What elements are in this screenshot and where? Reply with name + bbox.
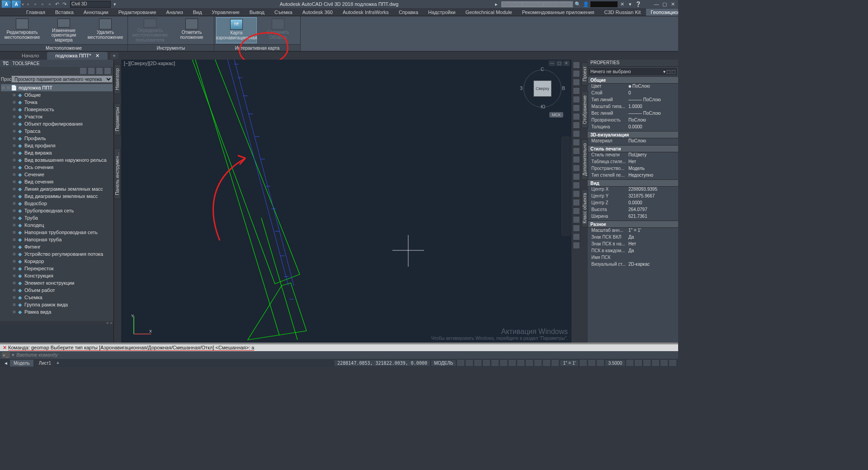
print-icon[interactable]: ▫ bbox=[47, 1, 53, 7]
prop-value[interactable]: Недоступно bbox=[627, 173, 678, 179]
tree-item[interactable]: ⊞◆Устройство регулирования потока bbox=[1, 250, 113, 258]
sb-scale[interactable]: 1" = 1' bbox=[560, 360, 578, 366]
prop-row[interactable]: Тип линий——— ПоСлою bbox=[588, 97, 678, 104]
prop-value[interactable]: 0 bbox=[627, 90, 678, 97]
sb-btn[interactable] bbox=[483, 360, 490, 366]
app-logo[interactable]: A bbox=[2, 0, 11, 8]
drawing-canvas[interactable]: [−][Сверху][2D-каркас] — ▢ ✕ bbox=[121, 60, 571, 343]
tree-item[interactable]: ⊞◆Сечение bbox=[1, 171, 113, 178]
rt-icon[interactable] bbox=[573, 173, 580, 180]
app-logo-2[interactable]: A bbox=[12, 0, 21, 8]
prop-row[interactable]: Центр X2288093.9395 bbox=[588, 187, 678, 193]
prop-row[interactable]: Визуальный ст...2D-каркас bbox=[588, 262, 678, 268]
prop-section-header[interactable]: Вид bbox=[588, 179, 678, 187]
ribbon-tab[interactable]: Вид bbox=[189, 9, 207, 16]
rt-icon[interactable] bbox=[573, 164, 580, 172]
prop-value[interactable]: ■ ПоСлою bbox=[627, 84, 678, 90]
sb-space[interactable]: МОДЕЛЬ bbox=[431, 360, 456, 366]
sb-btn[interactable] bbox=[552, 360, 559, 366]
ts-icon-2[interactable] bbox=[88, 68, 94, 74]
prop-value[interactable]: 264.0797 bbox=[627, 207, 678, 214]
tree-item[interactable]: ⊞◆Профиль bbox=[1, 135, 113, 142]
prop-value[interactable]: 1" = 1' bbox=[627, 228, 678, 235]
maximize-icon[interactable]: ▢ bbox=[661, 1, 668, 7]
sb-customize-icon[interactable] bbox=[669, 360, 676, 366]
ribbon-button[interactable]: Удалить местоположение bbox=[85, 17, 126, 43]
tree-item[interactable]: ⊞◆Вид сечения bbox=[1, 178, 113, 185]
ribbon-tab[interactable]: Надстройки bbox=[424, 9, 460, 16]
ribbon-tab[interactable]: Вывод bbox=[245, 9, 269, 16]
tree-item[interactable]: ⊞◆Водосбор bbox=[1, 200, 113, 207]
tree-item[interactable]: ⊞◆Элемент конструкции bbox=[1, 279, 113, 287]
rt-icon[interactable] bbox=[573, 122, 580, 129]
prop-value[interactable]: 621.7361 bbox=[627, 214, 678, 221]
redo-icon[interactable]: ↷ bbox=[61, 1, 67, 7]
sb-btn[interactable] bbox=[543, 360, 550, 366]
prop-row[interactable]: МатериалПоСлою bbox=[588, 138, 678, 145]
undo-icon[interactable]: ↶ bbox=[54, 1, 60, 7]
tree-item[interactable]: ⊞◆Вид диаграммы земляных масс bbox=[1, 193, 113, 200]
prop-row[interactable]: Толщина0.0000 bbox=[588, 124, 678, 131]
prop-row[interactable]: Таблица стиле...Нет bbox=[588, 159, 678, 166]
rt-icon[interactable] bbox=[573, 96, 580, 103]
signin-name[interactable] bbox=[590, 1, 618, 7]
prop-row[interactable]: ПрозрачностьПоСлою bbox=[588, 118, 678, 124]
sb-btn[interactable] bbox=[491, 360, 499, 366]
viewcube-north[interactable]: С bbox=[541, 67, 544, 72]
new-icon[interactable]: ▫ bbox=[25, 1, 31, 7]
prop-section-header[interactable]: Стиль печати bbox=[588, 145, 678, 152]
ucs-badge[interactable]: МСК bbox=[549, 112, 563, 118]
prop-tab-project[interactable]: Проект bbox=[581, 62, 588, 85]
prop-tab-class[interactable]: Класс объекта bbox=[581, 189, 588, 227]
sb-btn[interactable] bbox=[466, 360, 473, 366]
prop-row[interactable]: Слой0 bbox=[588, 90, 678, 97]
tree-item[interactable]: ⊞◆Трубопроводная сеть bbox=[1, 207, 113, 214]
ribbon-tab[interactable]: Autodesk InfraWorks bbox=[338, 9, 393, 16]
viewcube[interactable]: Сверху С Ю В З bbox=[523, 68, 563, 108]
sb-btn[interactable] bbox=[652, 360, 659, 366]
tree-root[interactable]: ⊟⊟📄подложка ППТ bbox=[1, 84, 113, 91]
properties-selection[interactable]: Ничего не выбрано ▾⬚⬚ bbox=[589, 68, 677, 75]
prop-value[interactable]: ——— ПоСлою bbox=[627, 111, 678, 118]
rt-icon[interactable] bbox=[573, 87, 580, 94]
model-tab[interactable]: Модель bbox=[10, 360, 33, 367]
prop-value[interactable]: 2288093.9395 bbox=[627, 187, 678, 193]
sb-btn[interactable] bbox=[588, 360, 595, 366]
viewcube-face[interactable]: Сверху bbox=[533, 80, 552, 97]
prop-value[interactable]: Да bbox=[627, 235, 678, 241]
tab-close-icon[interactable]: ✕ bbox=[94, 53, 99, 58]
open-icon[interactable]: ▫ bbox=[32, 1, 38, 7]
side-tab-navigator[interactable]: Навигатор bbox=[114, 64, 121, 94]
tree-item[interactable]: ⊞◆Вид профиля bbox=[1, 142, 113, 149]
app-menu-arrow[interactable]: ▾ bbox=[22, 2, 24, 7]
tree-item[interactable]: ⊞◆Вид возвышения наружного рельса bbox=[1, 156, 113, 164]
sb-btn[interactable] bbox=[660, 360, 668, 366]
rt-icon[interactable] bbox=[573, 79, 580, 86]
prop-value[interactable]: ПоСлою bbox=[627, 118, 678, 124]
prop-value[interactable]: Модель bbox=[627, 166, 678, 173]
prop-row[interactable]: Ширина621.7361 bbox=[588, 214, 678, 221]
sb-btn[interactable] bbox=[635, 360, 642, 366]
save-icon[interactable]: ▫ bbox=[39, 1, 46, 7]
prop-row[interactable]: Центр Y321875.9667 bbox=[588, 193, 678, 200]
exchange-icon[interactable]: ✕ bbox=[618, 1, 626, 7]
workspace-selector[interactable]: Civil 3D bbox=[70, 1, 111, 8]
prop-row[interactable]: ПСК в каждом...Да bbox=[588, 248, 678, 255]
layout-prev-icon[interactable]: ◄ bbox=[4, 361, 8, 366]
side-tab-params[interactable]: Параметры bbox=[114, 103, 121, 135]
tree-item[interactable]: ⊞◆Колодец bbox=[1, 221, 113, 229]
ribbon-button[interactable]: Отметить положение bbox=[171, 17, 212, 43]
prop-row[interactable]: Стиль печатиПоЦвету bbox=[588, 152, 678, 159]
prop-value[interactable]: 0.0000 bbox=[627, 200, 678, 207]
nav-bar[interactable] bbox=[561, 136, 571, 236]
prop-row[interactable]: Масштаб типа...1.0000 bbox=[588, 104, 678, 111]
tree-item[interactable]: ⊞◆Общие bbox=[1, 91, 113, 99]
prop-tab-additional[interactable]: Дополнительно bbox=[581, 139, 588, 180]
prop-row[interactable]: Центр Z0.0000 bbox=[588, 200, 678, 207]
document-tab[interactable]: Начало bbox=[14, 52, 47, 59]
prop-section-header[interactable]: 3D-визуализация bbox=[588, 131, 678, 138]
prop-value[interactable]: ПоЦвету bbox=[627, 152, 678, 159]
search-icon[interactable]: 🔍 bbox=[574, 1, 581, 7]
sb-btn[interactable] bbox=[457, 360, 464, 366]
rt-icon[interactable] bbox=[573, 225, 580, 232]
